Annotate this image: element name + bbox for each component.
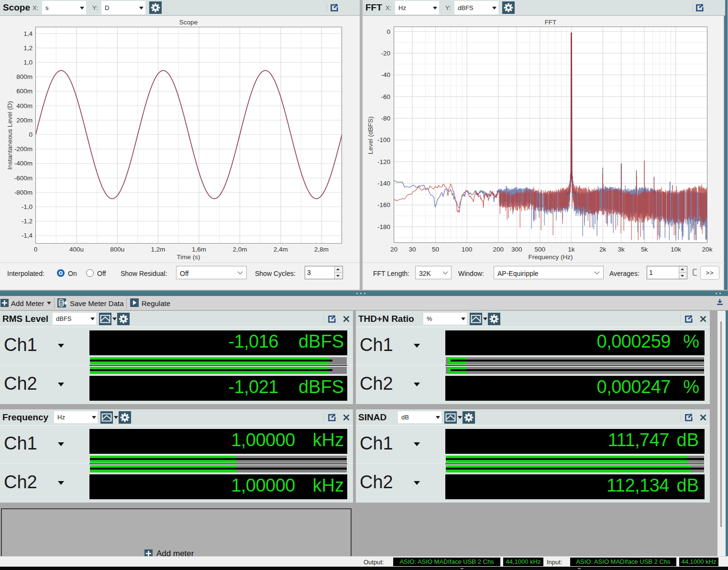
svg-text:300: 300	[511, 246, 522, 253]
svg-text:200m: 200m	[16, 117, 33, 124]
svg-text:-1,4: -1,4	[22, 232, 33, 239]
svg-text:-1,2: -1,2	[22, 218, 33, 225]
svg-text:Level (dBFS): Level (dBFS)	[367, 117, 374, 154]
svg-text:600m: 600m	[16, 88, 33, 95]
svg-text:Frequency (Hz): Frequency (Hz)	[528, 253, 573, 261]
svg-text:1,2m: 1,2m	[151, 246, 165, 253]
svg-text:1,6m: 1,6m	[192, 246, 206, 253]
svg-text:1,2: 1,2	[23, 44, 33, 52]
svg-text:1k: 1k	[568, 246, 575, 253]
svg-text:0: 0	[34, 246, 38, 253]
svg-text:FFT: FFT	[545, 19, 557, 26]
svg-text:-60: -60	[381, 93, 390, 100]
svg-text:2,8m: 2,8m	[314, 246, 329, 253]
svg-text:2,4m: 2,4m	[274, 246, 288, 253]
svg-text:50: 50	[432, 246, 439, 253]
svg-text:2k: 2k	[599, 246, 607, 253]
svg-text:1,0: 1,0	[23, 59, 33, 66]
svg-text:Scope: Scope	[179, 19, 198, 26]
svg-text:-160: -160	[377, 201, 390, 208]
svg-text:100: 100	[462, 246, 473, 253]
svg-text:30: 30	[408, 246, 416, 253]
svg-text:Time (s): Time (s)	[177, 253, 200, 261]
svg-text:-100: -100	[377, 136, 390, 143]
svg-text:3k: 3k	[618, 246, 625, 253]
svg-text:20k: 20k	[702, 246, 713, 253]
svg-text:-400m: -400m	[14, 160, 33, 167]
svg-text:Instantaneous Level (D): Instantaneous Level (D)	[6, 101, 13, 169]
svg-text:-200m: -200m	[14, 145, 33, 153]
svg-text:2,0m: 2,0m	[232, 246, 247, 253]
svg-text:-120: -120	[377, 158, 390, 165]
svg-text:1,4: 1,4	[23, 30, 33, 37]
svg-text:10k: 10k	[671, 246, 681, 253]
svg-text:200: 200	[493, 246, 504, 253]
svg-text:0: 0	[29, 131, 33, 138]
svg-text:-180: -180	[377, 223, 390, 230]
svg-text:-20: -20	[381, 50, 390, 57]
svg-text:400m: 400m	[16, 102, 33, 110]
svg-text:-40: -40	[381, 71, 390, 78]
svg-text:-80: -80	[381, 115, 390, 122]
svg-text:-800m: -800m	[14, 189, 33, 196]
svg-text:800m: 800m	[16, 73, 33, 80]
svg-text:20: 20	[390, 246, 397, 253]
svg-text:400u: 400u	[69, 246, 84, 253]
svg-text:-600m: -600m	[14, 175, 33, 182]
svg-text:500: 500	[534, 246, 545, 253]
svg-text:0: 0	[386, 28, 390, 35]
svg-text:5k: 5k	[641, 246, 648, 253]
svg-text:-1,0: -1,0	[22, 203, 33, 210]
svg-text:-140: -140	[377, 180, 390, 187]
svg-text:800u: 800u	[110, 246, 124, 253]
